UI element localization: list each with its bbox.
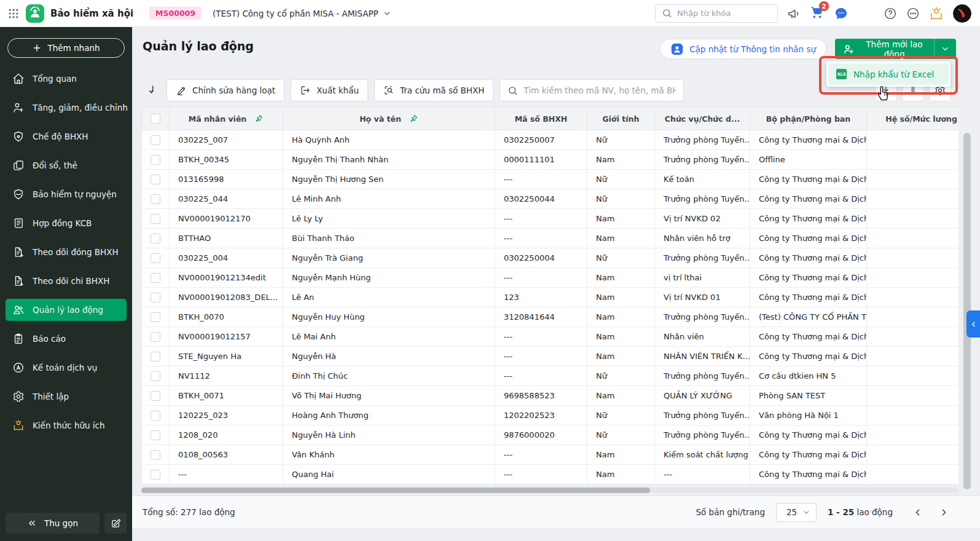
prev-page-button[interactable]	[910, 505, 925, 520]
cell-ma-so-bhxh: 3120841644	[495, 307, 587, 327]
table-row[interactable]: STE_Nguyen HaNguyễn Hà---NamNHÂN VIÊN TR…	[142, 347, 959, 366]
row-checkbox[interactable]	[151, 312, 160, 322]
table-row[interactable]: NV000019012083_DEL...Lê An123NamVị trí N…	[142, 288, 959, 307]
import-from-excel-item[interactable]: XLS Nhập khẩu từ Excel	[828, 63, 949, 85]
global-search-input[interactable]	[677, 9, 763, 18]
table-row[interactable]: 030225_044Lê Minh Anh0302250044NữTrưởng …	[142, 189, 959, 209]
cell-chuc-vu: Trưởng phòng Tuyển...	[655, 366, 750, 386]
row-checkbox[interactable]	[151, 253, 160, 263]
table-row[interactable]: 030225_004Nguyễn Trà Giang0302250004NữTr…	[142, 248, 959, 268]
select-all-checkbox[interactable]	[151, 114, 160, 124]
row-checkbox[interactable]	[151, 352, 160, 361]
row-checkbox-cell	[142, 268, 170, 288]
table-row[interactable]: NV000019012134editNguyễn Mạnh Hùng---Nam…	[142, 268, 959, 288]
sidebar-item-ke-toan-dich-vu[interactable]: Kế toán dịch vụ	[6, 357, 127, 379]
row-checkbox[interactable]	[151, 234, 160, 243]
table-row[interactable]: BTKH_0071Võ Thị Mai Hương9698588523NamQU…	[142, 386, 959, 406]
row-checkbox[interactable]	[151, 470, 160, 480]
cell-chuc-vu: vị trí lthai	[655, 268, 750, 288]
compose-button[interactable]	[104, 513, 127, 534]
per-page-select[interactable]: 25	[776, 503, 817, 522]
sidebar-item-tong-quan[interactable]: Tổng quan	[6, 68, 127, 90]
row-checkbox[interactable]	[151, 391, 160, 401]
column-header-ma-nhan-vien[interactable]: Mã nhân viên	[170, 108, 283, 130]
row-checkbox[interactable]	[151, 293, 160, 302]
table-row[interactable]: BTKH_00345Nguyễn Thị Thanh Nhàn000011110…	[142, 150, 959, 170]
table-search[interactable]	[500, 79, 684, 101]
table-row[interactable]: NV000019012170Lê Ly Ly---NamVị trí NVKD …	[142, 209, 959, 229]
add-new-labor-button[interactable]: Thêm mới lao động	[835, 39, 956, 59]
column-header-bo-phan[interactable]: Bộ phận/Phòng ban	[750, 108, 867, 130]
pin-icon[interactable]	[409, 114, 418, 124]
table-row[interactable]: 030225_007Hà Quỳnh Anh0302250007NữTrưởng…	[142, 130, 959, 150]
row-checkbox[interactable]	[151, 155, 160, 165]
cell-ma-so-bhxh: 1202202523	[495, 406, 587, 425]
row-checkbox[interactable]	[151, 411, 160, 421]
lookup-bhxh-button[interactable]: Tra cứu mã số BHXH	[374, 79, 493, 101]
row-checkbox[interactable]	[151, 214, 160, 224]
lightbulb-icon[interactable]	[929, 6, 944, 21]
quick-add-button[interactable]: Thêm nhanh	[7, 38, 125, 58]
cell-he-so	[867, 465, 959, 484]
company-selector[interactable]: (TEST) Công ty cổ phần MISA - AMISAPP	[213, 9, 391, 18]
cart-button[interactable]: 2	[810, 5, 825, 22]
import-arrow-icon[interactable]	[142, 79, 160, 101]
export-button[interactable]: Xuất khẩu	[291, 79, 368, 101]
sidebar-item-thiet-lap[interactable]: Thiết lập	[6, 385, 127, 408]
sidebar-item-theo-doi-chi-bhxh[interactable]: Theo dõi chi BHXH	[6, 270, 127, 292]
megaphone-icon[interactable]	[787, 7, 801, 20]
app-logo-icon	[26, 4, 44, 23]
cell-ma-nhan-vien: NV000019012134edit	[170, 268, 283, 288]
global-search[interactable]	[655, 4, 778, 23]
sidebar-item-theo-doi-dong-bhxh[interactable]: Theo dõi đóng BHXH	[6, 241, 127, 263]
table-row[interactable]: ---Quang Hai---Nam---Công ty Thương mại …	[142, 465, 959, 484]
column-header-gioi-tinh[interactable]: Giới tính	[587, 108, 655, 130]
row-checkbox[interactable]	[151, 430, 160, 440]
sidebar-item-che-do-bhxh[interactable]: Chế độ BHXH	[6, 125, 127, 148]
horizontal-scrollbar[interactable]	[141, 488, 958, 493]
sidebar-item-quan-ly-lao-dong[interactable]: Quản lý lao động	[6, 299, 127, 321]
table-row[interactable]: 013165998Nguyễn Thị Hương Sen---NữKế toá…	[142, 170, 959, 189]
bulk-edit-button[interactable]: Chỉnh sửa hàng loạt	[167, 79, 284, 101]
sidebar-item-tang-giam-dieu-chinh[interactable]: Tăng, giảm, điều chỉnh	[6, 97, 127, 119]
pin-icon[interactable]	[254, 114, 264, 124]
table-row[interactable]: BTTHAOBùi Thanh Thảo---NamNhân viên hỗ t…	[142, 229, 959, 248]
table-row[interactable]: 0108_00563Vân Khánh---NamKiểm soát chất …	[142, 445, 959, 465]
cell-gioi-tinh: Nam	[587, 445, 655, 465]
svg-text:XLS: XLS	[837, 72, 845, 77]
help-icon[interactable]	[884, 7, 897, 20]
sidebar-item-hop-dong-kcb[interactable]: Hợp đồng KCB	[6, 212, 127, 234]
chat-icon[interactable]	[834, 6, 849, 21]
column-header-he-so[interactable]: Hệ số/Mức lương đó	[867, 108, 959, 130]
table-row[interactable]: NV000019012157Lê Mai Anh---NamNhân viênC…	[142, 327, 959, 347]
sidebar-item-doi-so-the[interactable]: Đổi sổ, thẻ	[6, 154, 127, 176]
table-search-input[interactable]	[523, 85, 676, 95]
row-checkbox[interactable]	[151, 450, 160, 460]
column-header-chuc-vu[interactable]: Chức vụ/Chức d...	[655, 108, 750, 130]
table-row[interactable]: 120225_023Hoàng Anh Thương1202202523NữTr…	[142, 406, 959, 425]
column-header-ma-so-bhxh[interactable]: Mã số BHXH	[495, 108, 587, 130]
avatar[interactable]	[953, 4, 971, 23]
table-row[interactable]: BTKH_0070Nguyễn Huy Hùng3120841644NamTrư…	[142, 307, 959, 327]
sidebar-item-kien-thuc-huu-ich[interactable]: Kiến thức hữu ích	[6, 414, 127, 436]
apps-grid-icon[interactable]	[7, 7, 20, 20]
row-checkbox[interactable]	[151, 273, 160, 283]
column-header-ho-va-ten[interactable]: Họ và tên	[283, 108, 495, 130]
cell-ma-nhan-vien: 030225_007	[170, 130, 283, 150]
row-checkbox[interactable]	[151, 194, 160, 204]
table-row[interactable]: 1208_020Nguyễn Hà Linh9876000020NữTrưởng…	[142, 425, 959, 445]
row-checkbox[interactable]	[151, 135, 160, 145]
chevron-down-icon[interactable]	[934, 39, 956, 59]
next-page-button[interactable]	[936, 505, 952, 520]
more-icon[interactable]	[906, 7, 920, 20]
sidebar-item-bao-cao[interactable]: Báo cáo	[6, 328, 127, 350]
collapse-sidebar-button[interactable]: Thu gọn	[6, 513, 100, 534]
horizontal-scrollbar-thumb[interactable]	[141, 488, 650, 493]
table-row[interactable]: NV1112Đinh Thị Chúc---NữTrưởng phòng Tuy…	[142, 366, 959, 386]
sidebar-item-bao-hiem-tu-nguyen[interactable]: Bảo hiểm tự nguyện	[6, 183, 127, 205]
side-panel-toggle[interactable]	[966, 310, 980, 338]
update-from-hr-button[interactable]: Cập nhật từ Thông tin nhân sự	[660, 39, 826, 59]
row-checkbox[interactable]	[151, 175, 160, 184]
row-checkbox[interactable]	[151, 371, 160, 381]
row-checkbox[interactable]	[151, 332, 160, 342]
